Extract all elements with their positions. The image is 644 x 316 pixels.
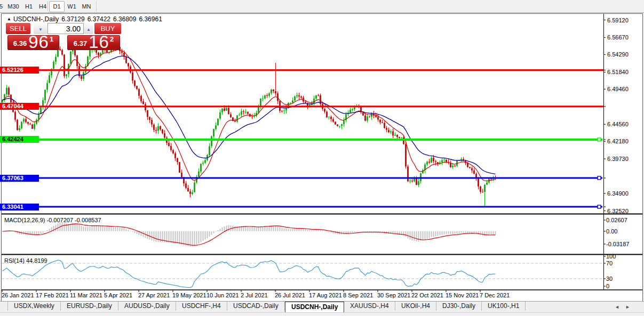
date-label: 2 Jul 2021	[241, 292, 268, 298]
tab-uk100-h1[interactable]: UK100-,H1	[482, 302, 526, 311]
timeframe-button-d1[interactable]: D1	[49, 1, 65, 12]
price-level-label: 6.47044	[0, 103, 39, 110]
date-label: 17 Feb 2021	[36, 292, 69, 298]
ohlc-open: 6.37129	[61, 15, 84, 23]
macd-tick-label: 0.02607	[606, 217, 627, 223]
date-label: 26 Jan 2021	[2, 292, 34, 298]
price-tick-label: 6.42180	[607, 138, 629, 144]
price-tick-label: 6.34900	[607, 190, 629, 197]
chart-title: ▲USDCNH-,Daily6.371296.374226.368096.369…	[7, 15, 162, 23]
rsi-tick-label: 30	[606, 276, 613, 282]
tab-audusd-daily[interactable]: AUDUSD-,Daily	[118, 302, 176, 311]
tab-usdchf-h4[interactable]: USDCHF-,H4	[176, 302, 227, 311]
tab-eurusd-daily[interactable]: EURUSD-,Daily	[61, 302, 118, 311]
toolbar-separator	[47, 1, 48, 11]
timeframe-button-h1[interactable]: H1	[21, 1, 36, 12]
one-click-trading-widget: SELL ▼ ▲ BUY 6.36 96 1 6.37 16 2	[5, 22, 121, 50]
price-tick-label: 6.44560	[607, 121, 629, 127]
ask-price-box[interactable]: 6.37 16 2	[67, 35, 120, 50]
price-tick-label: 6.59120	[607, 17, 629, 23]
chart-window	[1, 13, 643, 302]
date-label: 7 Dec 2021	[480, 292, 510, 298]
date-label: 8 Sep 2021	[343, 292, 373, 298]
tab-ukoil-h4[interactable]: UKOil-,H4	[395, 302, 436, 311]
bid-price-pips: 96	[28, 35, 49, 49]
date-label: 27 Apr 2021	[138, 292, 170, 298]
price-tick-label: 6.32520	[607, 208, 629, 214]
price-tick-label: 6.39730	[607, 156, 629, 162]
volume-input[interactable]	[47, 23, 84, 34]
tab-usdx-weekly[interactable]: USDX,Weekly	[7, 302, 61, 311]
date-label: 5 Apr 2021	[104, 292, 132, 298]
tab-scroll-right-icon[interactable]: ►	[625, 304, 630, 310]
price-level-label: 6.33041	[0, 204, 39, 210]
date-label: 10 Jun 2021	[206, 292, 239, 298]
date-label: 22 Oct 2021	[411, 292, 443, 298]
date-label: 26 Jul 2021	[275, 292, 305, 298]
date-label: 19 May 2021	[172, 292, 206, 298]
chart-symbol: USDCNH-,Daily	[13, 15, 59, 23]
tab-usdcnh-daily[interactable]: USDCNH-,Daily	[285, 302, 344, 313]
sell-button[interactable]: SELL	[6, 23, 30, 34]
chart-tab-bar: USDX,WeeklyEURUSD-,DailyAUDUSD-,DailyUSD…	[0, 301, 644, 312]
price-level-label: 6.42424	[0, 136, 39, 143]
date-label: 11 Mar 2021	[70, 292, 102, 298]
date-label: 15 Nov 2021	[446, 292, 479, 298]
rsi-tick-label: 100	[606, 253, 616, 260]
rsi-tick-label: 0	[606, 283, 609, 289]
price-tick-label: 6.49460	[607, 86, 629, 92]
tab-xauusd-h4[interactable]: XAUUSD-,H4	[344, 302, 395, 311]
bid-price-box[interactable]: 6.36 96 1	[7, 35, 59, 50]
bid-price-major: 6.36	[13, 38, 27, 49]
timeframe-button-w1[interactable]: W1	[64, 1, 79, 12]
macd-tick-label: 0.00	[606, 228, 617, 234]
macd-tick-label: -0.03187	[606, 241, 629, 247]
ask-price-point: 2	[110, 36, 114, 43]
ohlc-low: 6.36809	[113, 15, 136, 23]
macd-indicator-label: MACD(12,26,9) -0.007207 -0.008537	[4, 217, 101, 223]
ask-price-major: 6.37	[74, 38, 87, 49]
timeframe-toolbar: 5M30H1H4D1W1MN	[0, 0, 644, 13]
triangle-up-icon: ▲	[86, 27, 91, 32]
tab-scroll-left-icon[interactable]: ◄	[615, 304, 619, 310]
price-tick-label: 6.51840	[607, 69, 629, 75]
price-tick-label: 6.56670	[607, 34, 629, 40]
timeframe-button-mn[interactable]: MN	[79, 1, 94, 12]
ohlc-close: 6.36961	[139, 15, 162, 23]
tab-dj30-daily[interactable]: DJ30-,Daily	[436, 302, 482, 311]
price-level-label: 6.52126	[0, 67, 39, 74]
timeframe-button-5[interactable]: 5	[0, 1, 5, 12]
window-collapse-icon: ▲	[7, 17, 11, 21]
toolbar-separator	[96, 1, 97, 11]
price-tick-label: 6.54290	[607, 51, 629, 58]
date-label: 17 Aug 2021	[309, 292, 342, 298]
timeframe-button-m30[interactable]: M30	[6, 1, 21, 12]
rsi-indicator-label: RSI(14) 44.8199	[4, 257, 47, 264]
ask-price-pips: 16	[89, 35, 109, 49]
rsi-tick-label: 70	[606, 260, 613, 266]
date-label: 30 Sep 2021	[377, 292, 410, 298]
triangle-down-icon: ▼	[38, 27, 43, 32]
status-bar	[0, 312, 644, 316]
price-level-label: 6.37063	[0, 175, 39, 182]
ohlc-high: 6.37422	[88, 15, 110, 23]
bid-price-point: 1	[50, 36, 53, 43]
tab-usdcad-daily[interactable]: USDCAD-,Daily	[227, 302, 285, 311]
